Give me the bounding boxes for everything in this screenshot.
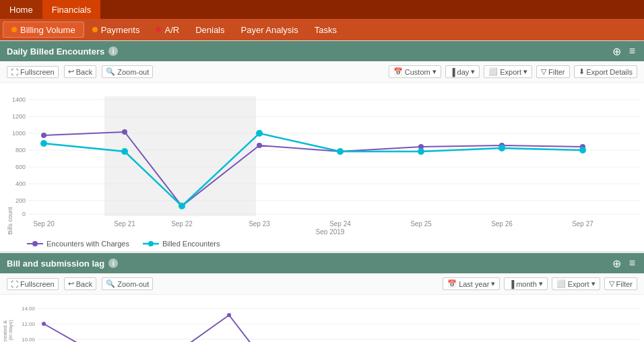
calendar-icon: 📅	[393, 67, 403, 76]
filter-button[interactable]: ▽ Filter	[536, 65, 569, 78]
chevron-down-icon: ▾	[591, 279, 595, 288]
y-axis-label: Bills count	[7, 207, 13, 234]
chart1-toolbar-right: 📅 Custom ▾ ▐ day ▾ ⬜ Export ▾ ▽ Filter ⬇…	[389, 65, 637, 78]
back-icon: ↩	[68, 279, 74, 288]
cyan-dot	[498, 145, 505, 151]
chart1-toolbar: ⛶ Fullscreen ↩ Back 🔍 Zoom-out 📅 Custom …	[0, 61, 644, 83]
cyan-dot	[40, 140, 47, 147]
svg-text:1400: 1400	[12, 96, 26, 103]
subnav-tasks[interactable]: Tasks	[307, 22, 345, 38]
svg-text:Sep 25: Sep 25	[410, 220, 432, 228]
chart1-info-icon[interactable]: i	[108, 46, 118, 56]
back-button[interactable]: ↩ Back	[64, 65, 96, 78]
chevron-down-icon: ▾	[491, 279, 495, 288]
dot-icon	[156, 27, 161, 32]
legend-billed-encounters: Billed Encounters	[143, 240, 220, 248]
cyan-dot	[179, 203, 185, 209]
last-year-button[interactable]: 📅 Last year ▾	[443, 277, 500, 290]
legend-label-charges: Encounters with Charges	[46, 240, 129, 248]
svg-text:600: 600	[15, 164, 26, 170]
chart2-export-button[interactable]: ⬜ Export ▾	[552, 277, 600, 290]
svg-text:1000: 1000	[12, 130, 26, 137]
chart2-zoomout-button[interactable]: 🔍 Zoom-out	[102, 277, 153, 290]
fullscreen-icon: ⛶	[11, 280, 18, 288]
chart2-title: Bill and submission lag	[7, 259, 104, 269]
cyan-dot	[121, 148, 128, 155]
svg-text:14.00: 14.00	[22, 306, 36, 312]
svg-text:Sep 23: Sep 23	[249, 220, 270, 228]
svg-text:Sep 22: Sep 22	[171, 220, 193, 228]
back-icon: ↩	[68, 67, 74, 76]
top-navigation: Home Financials	[0, 0, 644, 19]
bar-chart-icon: ▐	[450, 68, 455, 76]
chart2-fullscreen-button[interactable]: ⛶ Fullscreen	[7, 278, 59, 290]
svg-point-26	[32, 241, 38, 246]
cyan-dot	[256, 130, 263, 137]
zoomout-button[interactable]: 🔍 Zoom-out	[102, 65, 153, 78]
chart1-svg: Bills count 1400 1200 1000 800 600 400 2…	[0, 86, 644, 234]
svg-text:Sep 20: Sep 20	[33, 220, 55, 228]
filter-icon: ▽	[609, 279, 614, 288]
chart1-title: Daily Billed Encounters	[7, 46, 104, 57]
chart1-add-button[interactable]: ⊕	[610, 45, 623, 58]
svg-text:800: 800	[15, 147, 26, 153]
chart2-back-button[interactable]: ↩ Back	[64, 277, 96, 290]
chart1-header: Daily Billed Encounters i ⊕ ≡	[0, 41, 644, 61]
chevron-down-icon: ▾	[539, 279, 543, 288]
chart1-legend: Encounters with Charges Billed Encounter…	[0, 236, 644, 251]
lag-dot	[42, 322, 46, 326]
chart1-section: Daily Billed Encounters i ⊕ ≡ ⛶ Fullscre…	[0, 40, 644, 251]
fullscreen-icon: ⛶	[11, 68, 18, 76]
zoom-selection	[104, 96, 256, 216]
purple-dot	[122, 129, 127, 135]
lag-dot	[227, 313, 231, 317]
chart2-filter-button[interactable]: ▽ Filter	[604, 277, 637, 290]
subnav-payer-analysis[interactable]: Payer Analysis	[233, 22, 307, 38]
chevron-down-icon: ▾	[523, 67, 527, 76]
chart2-area: Days created & submission lag (in days) …	[0, 295, 644, 342]
export-details-button[interactable]: ⬇ Export Details	[574, 65, 637, 78]
cyan-dot	[337, 148, 344, 155]
chart2-toolbar: ⛶ Fullscreen ↩ Back 🔍 Zoom-out 📅 Last ye…	[0, 273, 644, 295]
svg-text:Sep 27: Sep 27	[572, 220, 593, 228]
subnav-payments[interactable]: Payments	[84, 22, 148, 38]
month-button[interactable]: ▐ month ▾	[504, 277, 547, 290]
nav-home[interactable]: Home	[0, 0, 42, 19]
svg-point-28	[148, 241, 154, 246]
chart2-menu-button[interactable]: ≡	[627, 257, 637, 269]
subnav-billing-volume[interactable]: Billing Volume	[3, 22, 84, 38]
purple-dot	[41, 133, 46, 138]
nav-financials[interactable]: Financials	[42, 0, 101, 19]
sub-navigation: Billing Volume Payments A/R Denials Paye…	[0, 19, 644, 40]
chart2-info-icon[interactable]: i	[108, 259, 118, 268]
day-button[interactable]: ▐ day ▾	[445, 65, 480, 78]
chart1-area: Bills count 1400 1200 1000 800 600 400 2…	[0, 83, 644, 251]
svg-text:400: 400	[15, 180, 26, 187]
chart1-header-left: Daily Billed Encounters i	[7, 46, 118, 57]
subnav-ar[interactable]: A/R	[148, 22, 187, 38]
subnav-denials[interactable]: Denials	[187, 22, 232, 38]
svg-text:Sep 2019: Sep 2019	[316, 228, 345, 234]
chart2-header-right: ⊕ ≡	[610, 257, 637, 270]
chart2-add-button[interactable]: ⊕	[610, 257, 623, 270]
svg-text:0: 0	[22, 211, 26, 217]
chevron-down-icon: ▾	[471, 67, 475, 76]
zoomout-icon: 🔍	[106, 67, 115, 76]
export-button[interactable]: ⬜ Export ▾	[484, 65, 532, 78]
dot-icon	[92, 27, 98, 32]
dot-icon	[11, 27, 17, 32]
custom-button[interactable]: 📅 Custom ▾	[389, 65, 441, 78]
download-icon: ⬇	[579, 67, 585, 76]
fullscreen-button[interactable]: ⛶ Fullscreen	[7, 66, 59, 78]
chevron-down-icon: ▾	[432, 67, 437, 76]
export-icon: ⬜	[488, 67, 498, 76]
legend-encounters-charges: Encounters with Charges	[27, 240, 129, 248]
chart1-menu-button[interactable]: ≡	[627, 45, 637, 57]
export-icon: ⬜	[556, 279, 566, 288]
legend-label-billed: Billed Encounters	[162, 240, 220, 248]
bar-chart-icon: ▐	[509, 280, 514, 288]
purple-dot	[257, 143, 262, 148]
chart2-header: Bill and submission lag i ⊕ ≡	[0, 253, 644, 273]
zoomout-icon: 🔍	[106, 279, 115, 288]
chart1-header-right: ⊕ ≡	[610, 45, 637, 58]
